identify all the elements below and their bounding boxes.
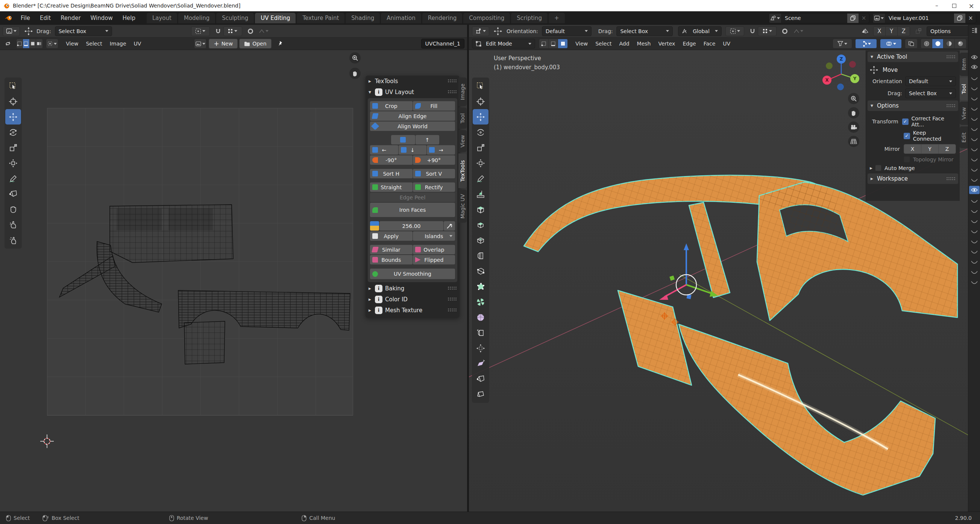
vp-tool-cursor[interactable] xyxy=(473,94,488,109)
collapsed-panel-arc-icon[interactable] xyxy=(970,86,978,92)
outliner-editor-icon[interactable] xyxy=(968,25,980,36)
sidebar-orientation-dropdown[interactable]: Default xyxy=(905,76,956,86)
vp-tool-rip-region[interactable] xyxy=(473,371,488,387)
uv-layout-section-header[interactable]: ▼ i UV Layout xyxy=(366,86,460,97)
add-workspace-button[interactable]: + xyxy=(549,13,565,23)
proportional-falloff-dropdown[interactable] xyxy=(256,26,272,36)
sort-v-button[interactable]: Sort V xyxy=(413,169,455,178)
uv-tool-cursor[interactable] xyxy=(5,94,21,109)
menu-window[interactable]: Window xyxy=(86,13,118,23)
sidebar-mirror-y[interactable]: Y xyxy=(921,145,939,153)
rectify-button[interactable]: Rectify xyxy=(413,182,455,192)
vp-tool-smooth[interactable] xyxy=(473,310,488,325)
collapsed-panel-arc-icon[interactable] xyxy=(970,270,978,276)
eye-icon[interactable] xyxy=(970,54,978,60)
uv-tab-magic-uv[interactable]: Magic UV xyxy=(458,190,467,223)
uv-tool-annotate[interactable] xyxy=(5,171,21,186)
vp-editor-type-dropdown[interactable] xyxy=(472,26,489,36)
info-icon[interactable]: i xyxy=(375,296,382,303)
panel-grip[interactable] xyxy=(946,55,955,59)
menu-file[interactable]: File xyxy=(16,13,35,23)
uv-select-island-button[interactable] xyxy=(36,39,43,48)
align-world-button[interactable]: Align World xyxy=(370,121,455,131)
blender-logo-icon[interactable] xyxy=(5,15,13,21)
proportional-falloff-dropdown[interactable] xyxy=(790,26,807,36)
texel-density-icon[interactable] xyxy=(370,221,379,231)
vp-tool-measure[interactable] xyxy=(473,186,488,202)
select-flipped-button[interactable]: Flipped xyxy=(413,255,455,264)
minimize-button[interactable]: – xyxy=(928,0,945,11)
proportional-editing-icon[interactable] xyxy=(780,26,790,36)
uv-tab-view[interactable]: View xyxy=(458,130,467,152)
vp-zoom-button[interactable] xyxy=(848,93,859,104)
scene-selector[interactable]: Scene × xyxy=(768,13,869,23)
tab-uv-editing[interactable]: UV Editing xyxy=(255,13,296,23)
pin-icon[interactable] xyxy=(275,39,286,49)
fill-button[interactable]: Fill xyxy=(413,101,455,111)
vp-menu-select[interactable]: Select xyxy=(592,39,615,49)
select-mode-vertex-button[interactable] xyxy=(539,39,549,48)
vp-tool-extrude-region[interactable] xyxy=(473,217,488,233)
overlays-dropdown[interactable] xyxy=(880,39,902,49)
rotate-plus-90-button[interactable]: +90° xyxy=(413,155,455,165)
crop-button[interactable]: Crop xyxy=(370,101,412,111)
mirror-butterfly-icon[interactable] xyxy=(860,26,870,36)
tab-compositing[interactable]: Compositing xyxy=(463,13,510,23)
collapsed-panel-arc-icon[interactable] xyxy=(970,178,978,183)
panel-grip[interactable] xyxy=(946,104,955,108)
select-mode-edge-button[interactable] xyxy=(549,39,558,48)
uv-smoothing-button[interactable]: UV Smoothing xyxy=(370,269,455,279)
tab-sculpting[interactable]: Sculpting xyxy=(216,13,254,23)
select-similar-button[interactable]: Similar xyxy=(370,245,412,254)
vp-tool-move[interactable] xyxy=(473,109,488,124)
tab-rendering[interactable]: Rendering xyxy=(422,13,463,23)
vp-tool-edge-slide[interactable] xyxy=(473,325,488,341)
pivot-point-dropdown[interactable] xyxy=(191,26,210,36)
vp-menu-face[interactable]: Face xyxy=(700,39,719,49)
copy-icon[interactable] xyxy=(847,13,859,23)
collapsed-panel-arc-icon[interactable] xyxy=(970,107,978,113)
collapsed-panel-arc-icon[interactable] xyxy=(970,209,978,215)
align-left-button[interactable]: ← xyxy=(370,145,398,154)
vp-tool-transform[interactable] xyxy=(473,155,488,171)
panel-grip[interactable] xyxy=(946,177,955,181)
vp-tab-item[interactable]: Item xyxy=(960,53,968,76)
transform-space-dropdown[interactable]: Global xyxy=(678,26,722,36)
panel-grip[interactable] xyxy=(447,297,457,301)
collapsed-panel-arc-icon[interactable] xyxy=(970,157,978,163)
move-gizmo[interactable] xyxy=(645,240,728,322)
vp-menu-view[interactable]: View xyxy=(572,39,592,49)
texel-mode-dropdown[interactable]: Islands xyxy=(413,231,455,241)
uv-tab-tool[interactable]: Tool xyxy=(458,108,467,129)
uv-menu-select[interactable]: Select xyxy=(82,39,106,49)
collapsed-panel-arc-icon[interactable] xyxy=(970,239,978,245)
iron-faces-button[interactable]: Iron Faces xyxy=(370,203,455,217)
collapsed-panel-arc-icon[interactable] xyxy=(970,127,978,133)
mirror-y-button[interactable]: Y xyxy=(886,27,898,36)
menu-help[interactable]: Help xyxy=(118,13,140,23)
select-bounds-button[interactable]: Bounds xyxy=(370,255,412,264)
panel-grip[interactable] xyxy=(447,286,457,290)
collapsed-panel-arc-icon[interactable] xyxy=(970,260,978,266)
collapsed-panel-arc-icon[interactable] xyxy=(970,147,978,153)
vp-orientation-dropdown[interactable]: Default xyxy=(542,26,592,36)
align-right-button[interactable]: → xyxy=(427,145,455,154)
uv-editor-type-dropdown[interactable] xyxy=(3,26,20,36)
vp-tab-tool[interactable]: Tool xyxy=(960,78,968,100)
rotate-minus-90-button[interactable]: -90° xyxy=(370,155,412,165)
snap-with-dropdown[interactable] xyxy=(758,26,776,36)
maximize-button[interactable] xyxy=(945,0,963,11)
scene-name[interactable]: Scene xyxy=(781,15,847,21)
tab-layout[interactable]: Layout xyxy=(147,13,177,23)
vp-tool-rip-edge[interactable] xyxy=(473,387,488,402)
panel-grip[interactable] xyxy=(447,90,457,94)
shading-rendered-button[interactable] xyxy=(955,39,966,48)
panel-grip[interactable] xyxy=(447,79,457,83)
color-id-section-header[interactable]: ▶i Color ID xyxy=(366,294,460,305)
mirror-x-button[interactable]: X xyxy=(873,27,886,36)
uv-select-edge-button[interactable] xyxy=(23,39,29,48)
vp-tool-spin[interactable] xyxy=(473,294,488,310)
uv-menu-view[interactable]: View xyxy=(62,39,82,49)
uv-sync-selection-icon[interactable] xyxy=(3,39,13,49)
eye-icon-active[interactable] xyxy=(969,186,980,194)
